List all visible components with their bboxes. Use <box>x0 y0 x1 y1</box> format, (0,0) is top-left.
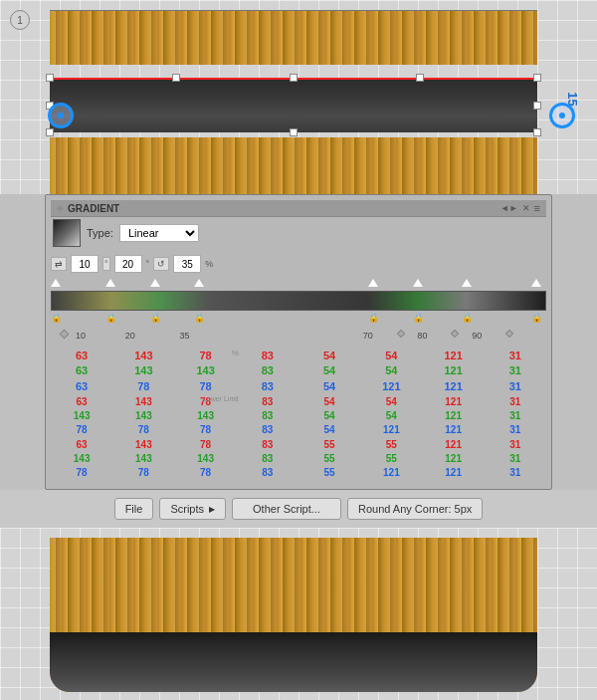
tick-num-70: 70 <box>363 331 373 341</box>
cv2-6-r: 54 <box>386 395 397 409</box>
cv3-col-6: 55 55 121 <box>360 438 422 480</box>
gradient-title: GRADIENT <box>68 203 119 214</box>
cv2-col-5: 54 54 54 <box>298 395 360 437</box>
cv3-5-g: 55 <box>324 452 335 466</box>
cv2-8-r: 31 <box>509 395 520 409</box>
main-toolbar: File Scripts ▶ Other Script... Round Any… <box>0 490 597 528</box>
swap-icon[interactable]: ⇄ <box>51 257 67 271</box>
file-button[interactable]: File <box>114 498 154 520</box>
cv2-5-g: 54 <box>324 409 335 423</box>
cv6-b: 121 <box>382 379 400 394</box>
fields-row: ⇄ ° ° ↺ % <box>51 255 546 273</box>
cv2-3-ll: Lower Limit <box>203 395 239 402</box>
handle-tm[interactable] <box>290 74 298 82</box>
opacity-stop-83[interactable] <box>462 279 472 287</box>
cv7-r: 121 <box>444 349 462 363</box>
cv3-4-g: 83 <box>262 452 273 466</box>
color-values-grid: 63 63 63 143 143 78 78 143 78 % 83 83 <box>51 349 546 394</box>
cv2-r: 143 <box>134 349 152 363</box>
cv2-7-r: 121 <box>445 395 462 409</box>
cv2-col-7: 121 121 121 <box>423 395 485 437</box>
field-20[interactable] <box>114 255 142 273</box>
cv2-5-b: 54 <box>324 423 335 437</box>
handle-br[interactable] <box>533 128 541 136</box>
angle-icon: ° <box>102 257 110 271</box>
panel-number-1: 1 <box>10 10 30 30</box>
cv-col-8: 31 31 31 <box>485 349 546 394</box>
tick-num-90: 90 <box>472 331 482 341</box>
cv3-pct: % <box>232 349 239 357</box>
tick-num-10: 10 <box>76 331 86 341</box>
cv3-3-r: 78 <box>200 438 211 452</box>
cv2-3-g: 143 <box>197 409 214 423</box>
tick-num-80: 80 <box>418 331 428 341</box>
cv3-7-b: 121 <box>445 466 462 480</box>
opacity-stop-97[interactable] <box>531 279 541 287</box>
cv8-b: 31 <box>509 379 521 394</box>
cv3-r: 78 <box>200 349 212 363</box>
dark-bar-top <box>50 78 537 132</box>
color-values-grid-2: 63 143 78 143 143 78 78 143 78 Lower Lim… <box>51 395 546 437</box>
scripts-button[interactable]: Scripts ▶ <box>159 498 226 520</box>
handle-tl[interactable] <box>46 74 54 82</box>
cv2-1-g: 143 <box>74 409 91 423</box>
cv3-8-g: 31 <box>509 452 520 466</box>
cv3-7-r: 121 <box>445 438 462 452</box>
gradient-preview-swatch[interactable] <box>53 219 81 247</box>
circle-handle-left[interactable] <box>48 103 74 128</box>
tick-lock-73: 🔒 <box>413 313 424 323</box>
gradient-bar[interactable] <box>51 291 546 311</box>
cv2-2-g: 143 <box>135 409 152 423</box>
cv2-1-b: 78 <box>77 423 88 437</box>
cv6-r: 54 <box>385 349 397 363</box>
round-corner-button[interactable]: Round Any Corner: 5px <box>347 498 483 520</box>
dark-bar-bottom <box>50 632 537 692</box>
double-arrows: ◄► <box>500 203 518 213</box>
cv3-4-b: 83 <box>262 466 273 480</box>
opacity-stop-73[interactable] <box>413 279 423 287</box>
field-35[interactable] <box>173 255 201 273</box>
handle-bm[interactable] <box>290 128 298 136</box>
opacity-stop-29[interactable] <box>194 279 204 287</box>
cv3-1-g: 143 <box>74 452 91 466</box>
cv2-7-g: 121 <box>445 409 462 423</box>
percent-sym1: % <box>205 259 213 269</box>
opacity-stop-20[interactable] <box>150 279 160 287</box>
cv2-col-1: 63 143 78 <box>51 395 112 437</box>
cv3-col-8: 31 31 31 <box>485 438 546 480</box>
cv3-col-2: 143 143 78 <box>112 438 174 480</box>
cv3-2-b: 78 <box>138 466 149 480</box>
cv1-r: 63 <box>76 349 88 363</box>
reverse-icon[interactable]: ↺ <box>153 257 169 271</box>
cv2-col-6: 54 54 121 <box>360 395 422 437</box>
other-script-button[interactable]: Other Script... <box>232 498 341 520</box>
tick-lock-11: 🔒 <box>105 313 116 323</box>
opacity-stop-64[interactable] <box>368 279 378 287</box>
canvas-bottom-content <box>50 538 537 692</box>
opacity-stop-0[interactable] <box>51 279 61 287</box>
diamond-70 <box>396 330 404 338</box>
handle-mr[interactable] <box>533 102 541 110</box>
close-icon[interactable]: ✕ <box>522 203 530 213</box>
gradient-bar-container <box>51 291 546 311</box>
circle-handle-right[interactable] <box>549 103 575 128</box>
cv2-8-g: 31 <box>509 409 520 423</box>
type-label: Type: <box>87 227 113 239</box>
cv3-5-r: 55 <box>324 438 335 452</box>
canvas-bottom: 2 <box>0 528 597 700</box>
wood-texture-top <box>50 10 537 65</box>
cv2-3-b: 78 <box>200 423 211 437</box>
cv2-6-b: 121 <box>383 423 400 437</box>
type-select[interactable]: Linear Radial <box>119 224 199 242</box>
menu-icon[interactable]: ≡ <box>534 202 540 214</box>
diamond-90 <box>505 330 513 338</box>
cv2-2-r: 143 <box>135 395 152 409</box>
handle-bl[interactable] <box>46 128 54 136</box>
handle-t25[interactable] <box>172 74 180 82</box>
handle-t75[interactable] <box>416 74 424 82</box>
cv-col-6: 54 54 121 <box>360 349 422 394</box>
field-10[interactable] <box>71 255 99 273</box>
opacity-stop-11[interactable] <box>105 279 115 287</box>
cv3-7-g: 121 <box>445 452 462 466</box>
handle-tr[interactable] <box>533 74 541 82</box>
